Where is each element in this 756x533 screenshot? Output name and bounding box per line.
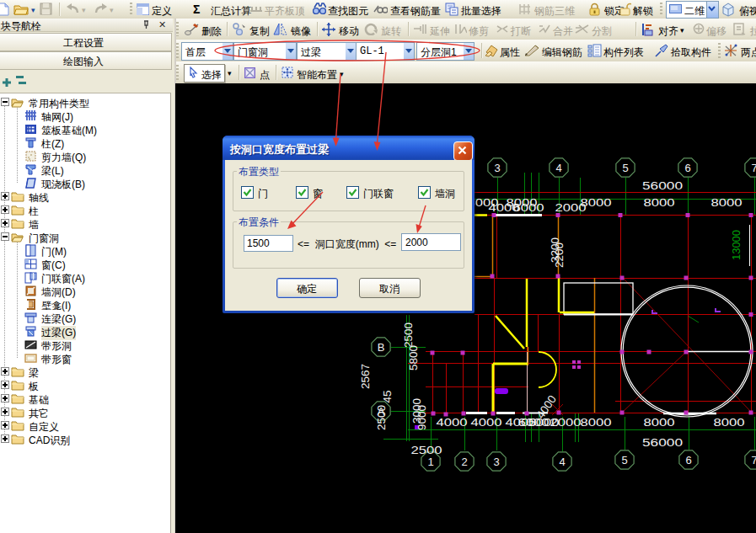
- svg-text:1: 1: [427, 456, 433, 468]
- svg-text:2000: 2000: [550, 416, 582, 429]
- svg-text:8000: 8000: [644, 416, 675, 429]
- svg-text:8000: 8000: [644, 196, 675, 209]
- svg-text:4000: 4000: [471, 416, 502, 429]
- svg-text:8000: 8000: [714, 416, 745, 429]
- svg-text:3: 3: [493, 456, 499, 468]
- svg-text:2567: 2567: [359, 364, 372, 389]
- svg-text:4: 4: [559, 456, 565, 468]
- svg-text:2500: 2500: [411, 444, 442, 456]
- svg-text:5: 5: [621, 454, 627, 466]
- svg-text:6: 6: [685, 454, 691, 466]
- svg-text:6000: 6000: [513, 201, 544, 214]
- svg-text:5: 5: [622, 162, 628, 174]
- svg-text:8000: 8000: [711, 196, 743, 209]
- svg-text:4000: 4000: [437, 416, 468, 429]
- svg-text:5800: 5800: [407, 345, 420, 370]
- svg-text:7: 7: [751, 162, 756, 174]
- svg-text:13000: 13000: [730, 230, 743, 260]
- svg-text:45: 45: [381, 390, 394, 402]
- svg-text:2500: 2500: [375, 405, 388, 430]
- svg-text:2000: 2000: [555, 201, 587, 214]
- svg-text:3: 3: [494, 162, 500, 174]
- svg-text:2200: 2200: [553, 243, 566, 268]
- svg-text:2500: 2500: [402, 322, 415, 348]
- svg-text:9000: 9000: [416, 405, 428, 430]
- svg-text:B: B: [378, 341, 385, 354]
- svg-text:7: 7: [751, 454, 756, 466]
- svg-text:56000: 56000: [642, 436, 683, 449]
- svg-text:4: 4: [555, 162, 561, 174]
- svg-text:56000: 56000: [642, 179, 683, 192]
- svg-text:8000: 8000: [581, 416, 612, 429]
- svg-text:2: 2: [461, 456, 467, 468]
- svg-text:6: 6: [684, 162, 690, 174]
